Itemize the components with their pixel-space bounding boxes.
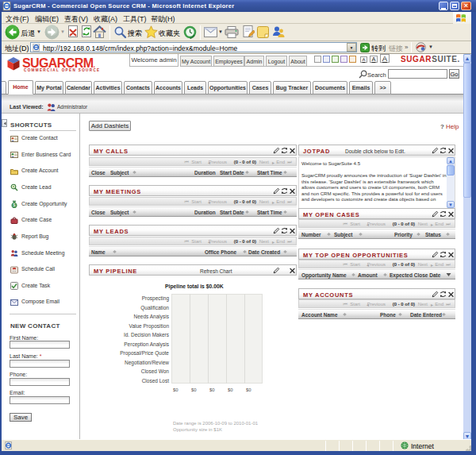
- svg-text:$: $: [13, 202, 16, 207]
